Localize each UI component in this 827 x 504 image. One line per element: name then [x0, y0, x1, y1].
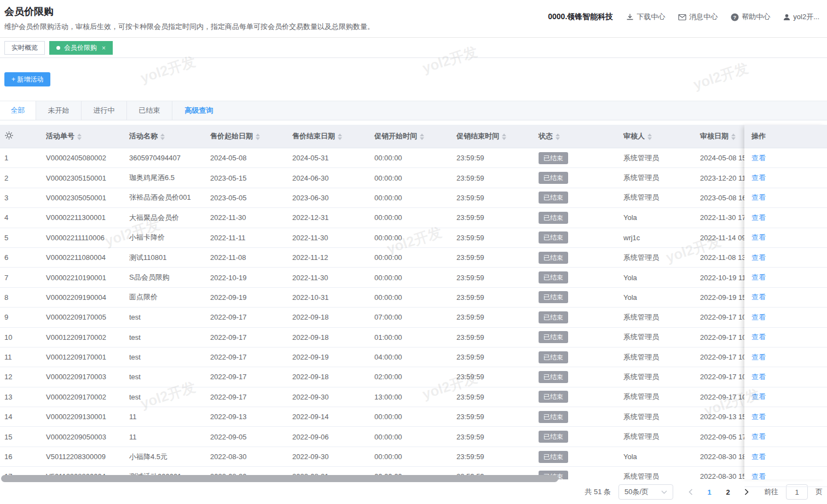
filter-tab-in-progress[interactable]: 进行中: [82, 101, 127, 120]
cell-price-end-date: 2022-11-30: [288, 228, 370, 248]
sort-caret-icon[interactable]: [731, 134, 736, 140]
view-link[interactable]: 查看: [751, 452, 766, 462]
status-badge: 已结束: [539, 291, 568, 303]
table-row[interactable]: 4 V00002211300001 大福聚品会员价 2022-11-30 202…: [0, 208, 827, 228]
cell-activity-name: test: [125, 328, 206, 347]
view-link[interactable]: 查看: [751, 292, 766, 302]
col-price-start-date[interactable]: 售价起始日期: [206, 125, 288, 148]
cell-reviewer: 系统管理员: [619, 407, 696, 427]
table-row[interactable]: 5 V00002211110006 小福卡降价 2022-11-11 2022-…: [0, 228, 827, 248]
table-row[interactable]: 3 V00002305050001 张裕品酒会员价001 2023-05-05 …: [0, 188, 827, 208]
help-center-link[interactable]: ? 帮助中心: [731, 12, 770, 22]
prev-page-button[interactable]: [684, 484, 697, 500]
view-link[interactable]: 查看: [751, 472, 766, 482]
sort-caret-icon[interactable]: [556, 134, 560, 140]
page-number-1[interactable]: 1: [703, 488, 716, 496]
view-link[interactable]: 查看: [751, 312, 766, 322]
view-link[interactable]: 查看: [751, 392, 766, 402]
message-center-link[interactable]: 消息中心: [678, 12, 718, 22]
table-row[interactable]: 15 V00002209050003 11 2022-09-05 2022-09…: [0, 427, 827, 447]
col-status[interactable]: 状态: [534, 125, 619, 148]
message-center-label: 消息中心: [689, 12, 718, 22]
cell-activity-name: 11: [125, 427, 206, 447]
close-icon[interactable]: ×: [102, 44, 106, 52]
user-menu[interactable]: yol2开...: [783, 12, 819, 22]
table-row[interactable]: 14 V00002209130001 11 2022-09-13 2022-09…: [0, 407, 827, 427]
view-link[interactable]: 查看: [751, 213, 766, 223]
row-index: 9: [0, 308, 42, 327]
table-row[interactable]: 6 V00002211080004 测试110801 2022-11-08 20…: [0, 248, 827, 268]
status-filter-tabs: 全部 未开始 进行中 已结束 高级查询: [0, 101, 827, 120]
column-settings-button[interactable]: [4, 131, 14, 140]
view-link[interactable]: 查看: [751, 253, 766, 263]
view-link[interactable]: 查看: [751, 432, 766, 442]
page-number-2[interactable]: 2: [721, 488, 735, 496]
table-row[interactable]: 8 V00002209190004 面点限价 2022-09-19 2022-1…: [0, 288, 827, 308]
col-reviewer[interactable]: 审核人: [619, 125, 696, 148]
status-badge: 已结束: [539, 331, 568, 343]
col-promo-start-time[interactable]: 促销开始时间: [370, 125, 452, 148]
col-price-end-date[interactable]: 售价结束日期: [288, 125, 370, 148]
cell-promo-start-time: 00:00:00: [370, 427, 452, 447]
filter-tab-advanced-search[interactable]: 高级查询: [172, 101, 225, 120]
table-row[interactable]: 10 V00012209170002 test 2022-09-17 2022-…: [0, 328, 827, 347]
row-index: 1: [0, 148, 42, 168]
filter-tab-ended[interactable]: 已结束: [127, 101, 172, 120]
cell-promo-start-time: 00:00:00: [370, 407, 452, 427]
tab-member-price-limit[interactable]: 会员价限购 ×: [49, 41, 113, 55]
cell-price-end-date: 2023-06-30: [288, 188, 370, 208]
cell-promo-start-time: 01:00:00: [370, 328, 452, 347]
sort-caret-icon[interactable]: [647, 134, 652, 140]
activity-table-region: 活动单号 活动名称 售价起始日期 售价结束日期 促销开始时间 促销结束时间 状态…: [0, 125, 827, 479]
cell-activity-name: test: [125, 308, 206, 327]
cell-price-end-date: 2022-09-18: [288, 328, 370, 347]
table-row[interactable]: 2 V00002305150001 珈奥鸡尾酒6.5 2023-05-15 20…: [0, 168, 827, 188]
view-link[interactable]: 查看: [751, 372, 766, 382]
download-center-link[interactable]: 下载中心: [626, 12, 665, 22]
view-link[interactable]: 查看: [751, 233, 766, 242]
col-order-no[interactable]: 活动单号: [42, 125, 125, 148]
cell-activity-name: 大福聚品会员价: [125, 208, 206, 228]
table-row[interactable]: 9 V00002209170005 test 2022-09-17 2022-0…: [0, 308, 827, 327]
filter-tab-all[interactable]: 全部: [0, 101, 36, 120]
view-link[interactable]: 查看: [751, 273, 766, 282]
filter-tab-not-started[interactable]: 未开始: [36, 101, 82, 120]
cell-price-start-date: 2022-11-30: [206, 208, 288, 228]
table-row[interactable]: 13 V00002209170002 test 2022-09-17 2022-…: [0, 387, 827, 407]
table-row[interactable]: 16 V50112208300009 小福降4.5元 2022-08-30 20…: [0, 447, 827, 467]
status-badge: 已结束: [539, 311, 568, 323]
add-activity-button[interactable]: + 新增活动: [4, 72, 50, 86]
sort-caret-icon[interactable]: [420, 134, 424, 140]
view-link[interactable]: 查看: [751, 153, 766, 163]
sort-caret-icon[interactable]: [160, 134, 165, 140]
view-link[interactable]: 查看: [751, 173, 766, 183]
horizontal-scrollbar[interactable]: [1, 475, 558, 482]
cell-promo-start-time: 00:00:00: [370, 208, 452, 228]
cell-promo-end-time: 23:59:59: [452, 268, 534, 287]
page-size-select[interactable]: 50条/页: [618, 484, 673, 500]
cell-activity-name: 小福卡降价: [125, 228, 206, 248]
view-link[interactable]: 查看: [751, 332, 766, 342]
sort-caret-icon[interactable]: [502, 134, 506, 140]
sort-caret-icon[interactable]: [338, 134, 342, 140]
col-activity-name[interactable]: 活动名称: [125, 125, 206, 148]
activity-table: 活动单号 活动名称 售价起始日期 售价结束日期 促销开始时间 促销结束时间 状态…: [0, 125, 827, 479]
tab-realtime-overview[interactable]: 实时概览: [4, 41, 45, 55]
row-index: 14: [0, 407, 42, 427]
sort-caret-icon[interactable]: [256, 134, 260, 140]
view-link[interactable]: 查看: [751, 352, 766, 362]
table-row[interactable]: 11 V00012209170001 test 2022-09-17 2022-…: [0, 347, 827, 367]
cell-status: 已结束: [534, 347, 619, 367]
row-index: 15: [0, 427, 42, 447]
col-promo-end-time[interactable]: 促销结束时间: [452, 125, 534, 148]
cell-order-no: V00002210190001: [42, 268, 125, 287]
view-link[interactable]: 查看: [751, 193, 766, 202]
view-link[interactable]: 查看: [751, 412, 766, 422]
cell-price-start-date: 2023-05-15: [206, 168, 288, 188]
pagination-bar: 共 51 条 50条/页 1 2 前往 页: [0, 479, 827, 504]
table-row[interactable]: 7 V00002210190001 S品会员限购 2022-10-19 2022…: [0, 268, 827, 287]
row-index: 11: [0, 347, 42, 367]
sort-caret-icon[interactable]: [77, 134, 82, 140]
table-row[interactable]: 12 V00002209170003 test 2022-09-17 2022-…: [0, 367, 827, 387]
table-row[interactable]: 1 V00002405080002 3605970494407 2024-05-…: [0, 148, 827, 168]
